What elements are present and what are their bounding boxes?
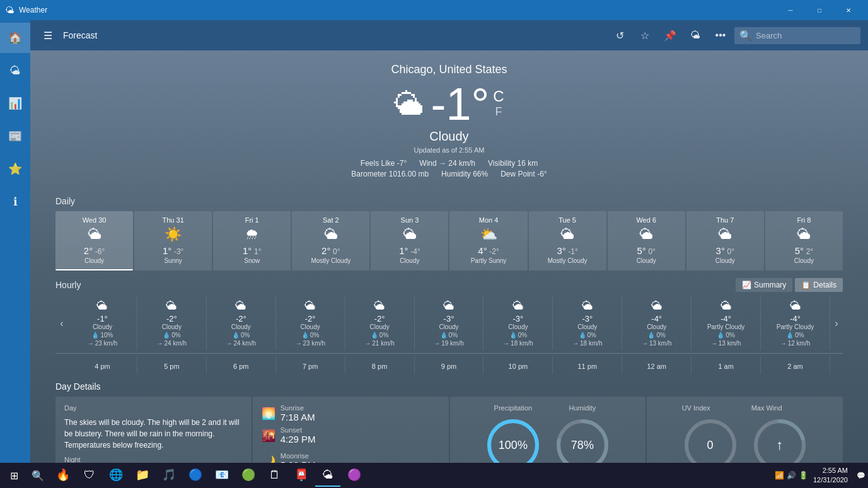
- minimize-button[interactable]: ─: [776, 0, 805, 20]
- refresh-button[interactable]: ↺: [608, 24, 631, 47]
- search-taskbar-button[interactable]: 🔍: [26, 464, 49, 487]
- day-card-4[interactable]: Sun 3 🌥 1° -4° Cloudy: [371, 211, 448, 270]
- uv-value: 0: [707, 439, 714, 452]
- sidebar-item-home[interactable]: 🏠: [0, 23, 30, 53]
- hour-wind-0: → 23 km/h: [71, 340, 134, 347]
- hour-time-8: 12 am: [622, 356, 692, 374]
- wind-icon-2: →: [226, 340, 232, 347]
- sidebar-item-maps[interactable]: 📊: [0, 88, 30, 119]
- taskbar-clock[interactable]: 2:55 AM 12/31/2020: [813, 466, 852, 485]
- day-high-9: 5°: [795, 245, 804, 256]
- day-condition-0: Cloudy: [59, 257, 129, 264]
- day-temps-1: 1° -3°: [138, 245, 208, 256]
- search-input[interactable]: [756, 31, 857, 40]
- hour-card-6: 🌥 -3° Cloudy 💧 0% → 18 km/h: [483, 296, 553, 351]
- tab-summary[interactable]: 📈 Summary: [736, 278, 792, 292]
- sidebar-item-forecast[interactable]: 🌤: [0, 55, 30, 86]
- list-icon: 📋: [801, 281, 811, 289]
- day-card-6[interactable]: Tue 5 🌥 3° -1° Mostly Cloudy: [529, 211, 606, 270]
- day-low-7: 0°: [648, 247, 655, 256]
- taskbar-app-app[interactable]: 🔵: [183, 464, 208, 487]
- day-label-3: Sat 2: [296, 216, 366, 224]
- taskbar-app-app3[interactable]: 🟣: [342, 464, 367, 487]
- taskbar-apps: 🔥🛡🌐📁🎵🔵📧🟢🗒📮🌤🟣: [50, 464, 367, 487]
- day-card-2[interactable]: Fri 1 🌨 1° 1° Snow: [213, 211, 291, 270]
- taskbar-app-email[interactable]: 📧: [209, 464, 234, 487]
- day-high-2: 1°: [243, 245, 252, 256]
- precip-icon-10: 💧: [786, 332, 794, 339]
- launch-button[interactable]: 🌤: [684, 24, 707, 47]
- unit-fahrenheit[interactable]: F: [493, 105, 504, 119]
- more-button[interactable]: •••: [709, 24, 732, 47]
- tab-details[interactable]: 📋 Details: [795, 278, 843, 292]
- hourly-prev-button[interactable]: ‹: [55, 318, 68, 329]
- hour-wind-5: → 19 km/h: [417, 340, 481, 347]
- maximize-button[interactable]: □: [805, 0, 834, 20]
- hour-condition-0: Cloudy: [71, 323, 134, 330]
- day-low-2: 1°: [254, 247, 261, 256]
- hour-card-1: 🌥 -2° Cloudy 💧 0% → 24 km/h: [137, 296, 207, 351]
- close-button[interactable]: ✕: [834, 0, 863, 20]
- hour-precip-1: 💧 0%: [140, 332, 204, 339]
- taskbar-app-chrome[interactable]: 🌐: [103, 464, 129, 487]
- sunset-time: 4:29 PM: [281, 434, 316, 444]
- current-weather: Chicago, United States 🌥 -1° C F Cloudy …: [55, 50, 843, 190]
- feels-like-detail: Feels Like -7°: [361, 159, 407, 168]
- day-low-8: 0°: [727, 247, 734, 256]
- day-condition-8: Cloudy: [690, 257, 760, 264]
- sidebar-item-info[interactable]: ℹ: [0, 187, 30, 217]
- unit-celsius[interactable]: C: [493, 88, 504, 105]
- menu-button[interactable]: ☰: [38, 25, 58, 45]
- notification-icon[interactable]: 💬: [857, 472, 865, 480]
- taskbar-date: 12/31/2020: [813, 475, 848, 485]
- sidebar-item-news[interactable]: 📰: [0, 121, 30, 151]
- hour-time-label-0: 4 pm: [71, 363, 134, 370]
- pin-button[interactable]: 📌: [659, 24, 681, 47]
- taskbar-app-notes[interactable]: 🗒: [262, 464, 287, 487]
- day-icon-2: 🌨: [217, 226, 287, 243]
- hour-icon-0: 🌥: [71, 299, 134, 313]
- favorite-button[interactable]: ☆: [634, 24, 656, 47]
- day-card-7[interactable]: Wed 6 🌥 5° 0° Cloudy: [608, 211, 685, 270]
- hour-precip-2: 💧 0%: [209, 332, 273, 339]
- humidity-value: 78%: [571, 439, 594, 452]
- taskbar-app-app2[interactable]: 🟢: [236, 464, 261, 487]
- hour-precip-9: 💧 0%: [694, 332, 758, 339]
- hour-icon-10: 🌥: [763, 299, 827, 313]
- hour-card-8: 🌥 -4° Cloudy 💧 0% → 13 km/h: [622, 296, 692, 351]
- taskbar-app-security[interactable]: 🛡: [77, 464, 102, 487]
- hour-time-5: 9 pm: [415, 356, 484, 374]
- hourly-scroll: ‹ 🌥 -1° Cloudy 💧 10% → 23 km/h 🌥 -2° Clo…: [55, 296, 843, 351]
- taskbar-app-firefox[interactable]: 🔥: [50, 464, 76, 487]
- day-label-5: Mon 4: [453, 216, 523, 224]
- day-card-3[interactable]: Sat 2 🌥 2° 0° Mostly Cloudy: [292, 211, 369, 270]
- uv-label: UV Index: [682, 404, 739, 412]
- hour-time-label-1: 5 pm: [140, 363, 204, 370]
- sidebar-item-favorites[interactable]: ⭐: [0, 154, 30, 184]
- day-card-5[interactable]: Mon 4 ⛅ 4° -2° Partly Sunny: [449, 211, 527, 270]
- hour-temp-1: -2°: [140, 314, 204, 323]
- day-card-1[interactable]: Thu 31 ☀️ 1° -3° Sunny: [134, 211, 212, 270]
- hourly-section-title: Hourly: [55, 280, 81, 290]
- weather-details-row-2: Barometer 1016.00 mb Humidity 66% Dew Po…: [55, 170, 843, 178]
- taskbar-app-weather[interactable]: 🌤: [315, 464, 340, 487]
- taskbar-app-files[interactable]: 📁: [130, 464, 155, 487]
- day-card-9[interactable]: Fri 8 🌥 5° 2° Cloudy: [765, 211, 843, 270]
- taskbar-app-media[interactable]: 🎵: [156, 464, 182, 487]
- hour-wind-4: → 21 km/h: [348, 340, 412, 347]
- hour-precip-6: 💧 0%: [486, 332, 550, 339]
- day-condition-1: Sunny: [138, 257, 208, 264]
- hour-temp-0: -1°: [71, 314, 134, 323]
- hour-time-10: 2 am: [761, 356, 830, 374]
- taskbar-app-mail[interactable]: 📮: [289, 464, 314, 487]
- hour-time-label-8: 12 am: [625, 363, 688, 370]
- day-card-8[interactable]: Thu 7 🌥 3° 0° Cloudy: [686, 211, 764, 270]
- start-button[interactable]: ⊞: [3, 464, 25, 487]
- hour-temp-6: -3°: [486, 314, 550, 323]
- app-icon: 🌤: [5, 5, 14, 15]
- hour-icon-7: 🌥: [555, 299, 619, 313]
- hourly-next-button[interactable]: ›: [830, 318, 843, 329]
- day-card-0[interactable]: Wed 30 🌥 2° -6° Cloudy: [55, 211, 133, 270]
- wind-icon-0: →: [88, 340, 94, 347]
- hour-icon-3: 🌥: [279, 299, 342, 313]
